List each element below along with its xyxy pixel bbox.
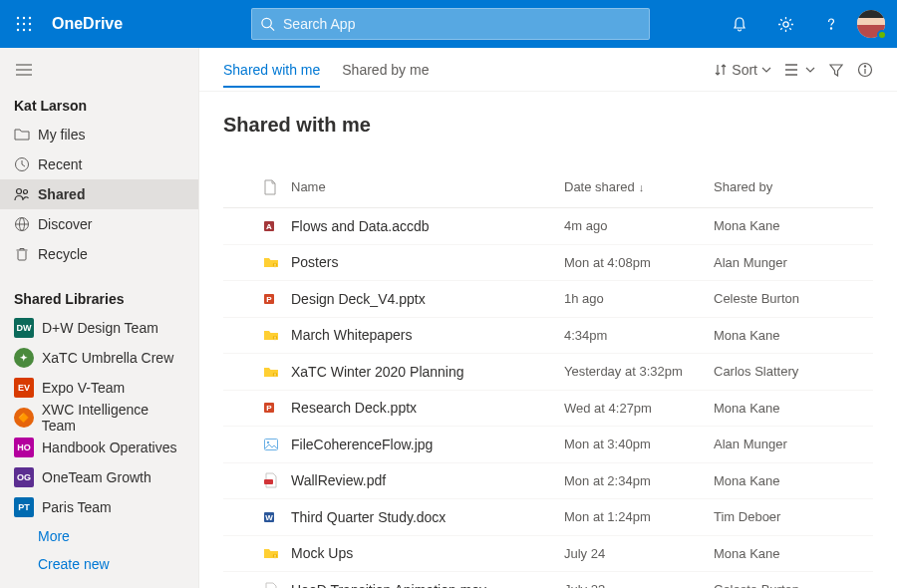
help-button[interactable] bbox=[811, 0, 851, 48]
file-date: Mon at 2:34pm bbox=[564, 473, 714, 488]
library-item[interactable]: DWD+W Design Team bbox=[0, 313, 198, 343]
file-date: Mon at 1:24pm bbox=[564, 509, 714, 524]
library-item[interactable]: HOHandbook Operatives bbox=[0, 433, 198, 462]
table-row[interactable]: March Whitepapers 4:34pm Mona Kane bbox=[223, 318, 873, 355]
table-row[interactable]: Posters Mon at 4:08pm Alan Munger bbox=[223, 245, 873, 282]
table-row[interactable]: Mock Ups July 24 Mona Kane bbox=[223, 536, 873, 573]
nav-recent[interactable]: Recent bbox=[0, 149, 198, 179]
file-shared-by: Mona Kane bbox=[714, 473, 873, 488]
file-date: 1h ago bbox=[564, 291, 714, 306]
svg-point-0 bbox=[17, 17, 19, 19]
svg-point-35 bbox=[274, 337, 276, 339]
library-badge: EV bbox=[14, 378, 34, 398]
search-input[interactable] bbox=[283, 16, 641, 32]
info-icon bbox=[857, 62, 873, 78]
sort-label: Sort bbox=[732, 62, 757, 78]
view-options-button[interactable] bbox=[785, 64, 815, 76]
library-badge: 🔶 bbox=[14, 408, 34, 428]
user-avatar[interactable] bbox=[857, 10, 885, 38]
svg-point-34 bbox=[273, 336, 278, 341]
svg-point-9 bbox=[262, 18, 271, 27]
pivot: Shared with me Shared by me bbox=[223, 52, 429, 88]
table-row[interactable]: P Research Deck.pptx Wed at 4:27pm Mona … bbox=[223, 391, 873, 428]
table-row[interactable]: WallReview.pdf Mon at 2:34pm Mona Kane bbox=[223, 463, 873, 500]
file-shared-by: Alan Munger bbox=[714, 255, 873, 270]
table-row[interactable]: FileCoherenceFlow.jpg Mon at 3:40pm Alan… bbox=[223, 427, 873, 463]
svg-point-12 bbox=[830, 28, 831, 29]
header-date[interactable]: Date shared↓ bbox=[564, 179, 714, 194]
pivot-shared-by-me[interactable]: Shared by me bbox=[342, 52, 429, 88]
file-date: 4:34pm bbox=[564, 328, 714, 343]
svg-text:A: A bbox=[266, 222, 272, 231]
file-date: July 24 bbox=[564, 546, 714, 561]
svg-point-36 bbox=[273, 372, 278, 377]
svg-point-5 bbox=[29, 23, 31, 25]
library-badge: HO bbox=[14, 438, 34, 457]
library-item[interactable]: 🔶XWC Intelligence Team bbox=[0, 403, 198, 433]
library-item[interactable]: ✦XaTC Umbrella Crew bbox=[0, 343, 198, 373]
libraries-create[interactable]: Create new bbox=[0, 550, 198, 578]
file-type-icon bbox=[263, 437, 291, 452]
notifications-button[interactable] bbox=[720, 0, 759, 48]
library-label: XWC Intelligence Team bbox=[42, 402, 184, 434]
settings-button[interactable] bbox=[765, 0, 805, 48]
folder-icon bbox=[14, 128, 38, 142]
table-header: Name Date shared↓ Shared by bbox=[223, 166, 873, 208]
file-type-icon bbox=[263, 364, 291, 380]
nav-discover[interactable]: Discover bbox=[0, 209, 198, 239]
pivot-shared-with-me[interactable]: Shared with me bbox=[223, 52, 320, 88]
library-item[interactable]: EVExpo V-Team bbox=[0, 373, 198, 403]
table-row[interactable]: P Design Deck_V4.pptx 1h ago Celeste Bur… bbox=[223, 281, 873, 318]
file-type-icon: P bbox=[263, 291, 291, 307]
svg-point-7 bbox=[23, 29, 25, 31]
file-type-icon: P bbox=[263, 400, 291, 416]
file-name: Research Deck.pptx bbox=[291, 400, 564, 416]
info-button[interactable] bbox=[857, 62, 873, 78]
command-bar: Shared with me Shared by me Sort bbox=[199, 48, 897, 92]
file-name: Mock Ups bbox=[291, 545, 564, 561]
nav-recycle[interactable]: Recycle bbox=[0, 239, 198, 269]
nav-toggle[interactable] bbox=[0, 58, 198, 90]
user-name: Kat Larson bbox=[0, 90, 198, 120]
library-badge: PT bbox=[14, 497, 34, 517]
file-name: UeoD Transition Animation.mov bbox=[291, 582, 564, 588]
svg-point-11 bbox=[782, 21, 787, 26]
nav-label: Recent bbox=[38, 156, 82, 172]
search-box[interactable] bbox=[251, 8, 650, 40]
svg-point-27 bbox=[864, 65, 865, 66]
nav-label: My files bbox=[38, 127, 85, 143]
file-date: Wed at 4:27pm bbox=[564, 401, 714, 416]
file-shared-by: Mona Kane bbox=[714, 546, 873, 561]
library-label: Expo V-Team bbox=[42, 380, 125, 396]
sort-button[interactable]: Sort bbox=[714, 62, 771, 78]
library-item[interactable]: PTParis Team bbox=[0, 492, 198, 522]
file-shared-by: Celeste Burton bbox=[714, 582, 873, 588]
file-shared-by: Mona Kane bbox=[714, 328, 873, 343]
table-row[interactable]: UeoD Transition Animation.mov July 23 Ce… bbox=[223, 572, 873, 588]
filter-button[interactable] bbox=[829, 63, 843, 77]
file-shared-by: Mona Kane bbox=[714, 401, 873, 416]
table-row[interactable]: A Flows and Data.accdb 4m ago Mona Kane bbox=[223, 208, 873, 245]
library-badge: ✦ bbox=[14, 348, 34, 368]
library-item[interactable]: OGOneTeam Growth bbox=[0, 462, 198, 492]
table-row[interactable]: XaTC Winter 2020 Planning Yesterday at 3… bbox=[223, 354, 873, 391]
app-launcher-button[interactable] bbox=[0, 16, 48, 32]
globe-icon bbox=[14, 216, 38, 232]
svg-point-1 bbox=[23, 17, 25, 19]
nav-my-files[interactable]: My files bbox=[0, 120, 198, 149]
libraries-more[interactable]: More bbox=[0, 522, 198, 550]
nav-label: Discover bbox=[38, 216, 92, 232]
svg-point-17 bbox=[17, 189, 22, 194]
header-name[interactable]: Name bbox=[291, 179, 564, 194]
content-area: Shared with me Name Date shared↓ Shared … bbox=[199, 92, 897, 588]
file-date: July 23 bbox=[564, 582, 714, 588]
nav-shared[interactable]: Shared bbox=[0, 179, 198, 209]
svg-point-41 bbox=[267, 441, 269, 443]
file-date: 4m ago bbox=[564, 218, 714, 233]
search-container bbox=[251, 8, 720, 40]
table-row[interactable]: W Third Quarter Study.docx Mon at 1:24pm… bbox=[223, 499, 873, 536]
file-type-icon bbox=[263, 545, 291, 561]
svg-rect-40 bbox=[265, 439, 278, 449]
header-shared-by[interactable]: Shared by bbox=[714, 179, 873, 194]
file-name: XaTC Winter 2020 Planning bbox=[291, 364, 564, 380]
